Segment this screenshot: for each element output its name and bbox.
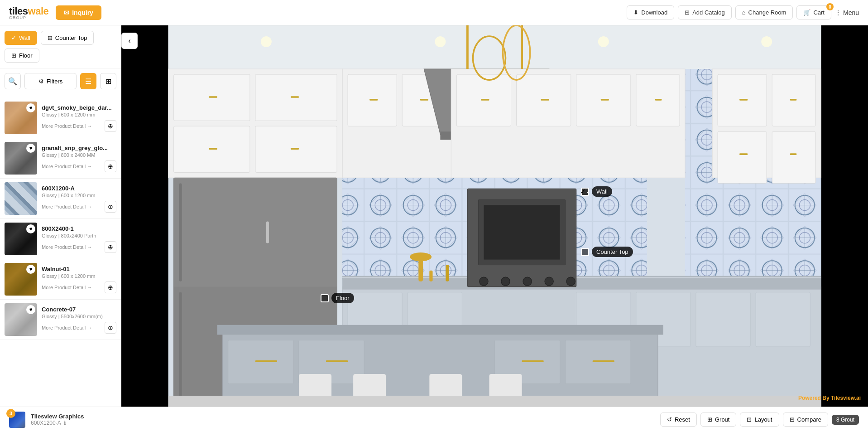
svg-point-59 <box>501 277 510 286</box>
add-catalog-button[interactable]: ⊞ Add Catalog <box>678 5 732 19</box>
dots-icon: ⋮ <box>835 9 841 16</box>
room-icon: ⌂ <box>742 9 746 16</box>
product-actions: More Product Detail → ⊕ <box>42 120 116 132</box>
search-filter-row: 🔍 ⚙ Filters ☰ ⊞ <box>0 68 121 94</box>
tab-countertop[interactable]: ⊞ Counter Top <box>41 31 94 45</box>
tilesview-brand: Tilesview.ai <box>831 395 861 401</box>
tile-info: Tilesview Graphics 600X1200-A ℹ <box>31 413 84 426</box>
layout-button[interactable]: ⊡ Layout <box>740 413 779 427</box>
kitchen-scene <box>121 25 868 407</box>
more-detail-link[interactable]: More Product Detail → <box>42 325 92 330</box>
product-info: granalt_snp_grey_glo... Glossy | 800 x 2… <box>42 145 116 172</box>
floor-checkbox[interactable] <box>321 294 329 302</box>
product-list: ♥ dgvt_smoky_beige_dar... Glossy | 600 x… <box>0 94 121 407</box>
svg-rect-44 <box>739 153 748 155</box>
grid-view-button[interactable]: ⊞ <box>100 73 116 89</box>
compare-button[interactable]: ⊟ Compare <box>783 413 828 427</box>
more-detail-link[interactable]: More Product Detail → <box>42 123 92 129</box>
grout-label: Grout <box>715 416 730 423</box>
add-product-button[interactable]: ⊕ <box>105 120 116 132</box>
list-item[interactable]: 600X1200-A Glossy | 600 x 1200 mm More P… <box>0 179 121 219</box>
list-item[interactable]: ♥ dgvt_smoky_beige_dar... Glossy | 600 x… <box>0 98 121 138</box>
floor-hotspot[interactable]: Floor <box>321 293 354 303</box>
wall-hotspot[interactable]: ✓ Wall <box>581 186 612 197</box>
compare-icon: ⊟ <box>790 416 795 423</box>
change-room-label: Change Room <box>748 9 786 16</box>
countertop-checkbox[interactable] <box>581 248 589 256</box>
product-actions: More Product Detail → ⊕ <box>42 282 116 293</box>
add-product-button[interactable]: ⊕ <box>105 160 116 172</box>
wall-checkbox[interactable]: ✓ <box>581 188 589 196</box>
catalog-icon: ⊞ <box>685 9 690 16</box>
heart-button[interactable]: ♥ <box>26 265 35 274</box>
more-detail-link[interactable]: More Product Detail → <box>42 285 92 290</box>
svg-point-94 <box>435 36 446 47</box>
svg-rect-92 <box>168 396 821 407</box>
list-item[interactable]: ♥ 800X2400-1 Glossy | 800x2400 Parth Mor… <box>0 219 121 259</box>
product-thumbnail <box>5 182 37 215</box>
list-item[interactable]: ♥ Concrete-07 Glossy | 5500x2600 mm(m) M… <box>0 300 121 340</box>
list-item[interactable]: ♥ granalt_snp_grey_glo... Glossy | 800 x… <box>0 138 121 179</box>
sidebar: ✓ Wall ⊞ Counter Top ⊞ Floor 🔍 ⚙ Filters <box>0 25 121 407</box>
search-button[interactable]: 🔍 <box>5 73 21 89</box>
add-product-button[interactable]: ⊕ <box>105 322 116 334</box>
svg-rect-52 <box>756 292 810 347</box>
heart-button[interactable]: ♥ <box>26 144 35 153</box>
compare-label: Compare <box>797 416 821 423</box>
filter-button[interactable]: ⚙ Filters <box>24 73 77 89</box>
grid-icon: ⊞ <box>106 77 111 86</box>
tile-name: 600X1200-A <box>31 420 61 426</box>
svg-rect-25 <box>420 99 428 101</box>
more-detail-link[interactable]: More Product Detail → <box>42 244 92 250</box>
back-button[interactable]: ‹ <box>121 33 138 49</box>
heart-button[interactable]: ♥ <box>26 224 35 233</box>
svg-rect-51 <box>696 292 750 347</box>
add-product-button[interactable]: ⊕ <box>105 241 116 253</box>
svg-rect-45 <box>790 153 796 155</box>
list-item[interactable]: ♥ Walnut-01 Glossy | 600 x 1200 mm More … <box>0 259 121 300</box>
countertop-hotspot[interactable]: Counter Top <box>581 247 633 257</box>
tab-floor[interactable]: ⊞ Floor <box>5 49 39 63</box>
svg-rect-24 <box>369 99 378 101</box>
powered-by: Powered By Tilesview.ai <box>798 395 861 401</box>
product-spec: Glossy | 600 x 1200 mm <box>42 273 116 279</box>
grout-icon: ⊞ <box>707 416 712 423</box>
add-catalog-label: Add Catalog <box>692 9 725 16</box>
product-name: dgvt_smoky_beige_dar... <box>42 104 116 111</box>
kitchen-image-area: ✓ Wall Counter Top Floor Powered By Tile… <box>121 25 868 407</box>
inquiry-button[interactable]: ✉ Inquiry <box>56 5 101 20</box>
more-detail-link[interactable]: More Product Detail → <box>42 164 92 169</box>
svg-point-62 <box>566 277 575 286</box>
main-content: ✓ Wall ⊞ Counter Top ⊞ Floor 🔍 ⚙ Filters <box>0 25 868 407</box>
tile-source: Tilesview Graphics <box>31 413 84 420</box>
svg-point-93 <box>261 36 272 47</box>
product-info: 800X2400-1 Glossy | 800x2400 Parth More … <box>42 225 116 253</box>
add-product-button[interactable]: ⊕ <box>105 201 116 213</box>
heart-button[interactable]: ♥ <box>26 305 35 314</box>
product-name: Concrete-07 <box>42 306 116 313</box>
product-info: dgvt_smoky_beige_dar... Glossy | 600 x 1… <box>42 104 116 132</box>
product-info: Concrete-07 Glossy | 5500x2600 mm(m) Mor… <box>42 306 116 334</box>
download-icon: ⬇ <box>633 9 638 16</box>
search-icon: 🔍 <box>8 77 17 86</box>
download-button[interactable]: ⬇ Download <box>627 5 674 19</box>
navbar: tileswale Group ✉ Inquiry ⬇ Download ⊞ A… <box>0 0 868 25</box>
list-icon: ☰ <box>85 77 91 86</box>
reset-button[interactable]: ↺ Reset <box>660 413 697 427</box>
heart-button[interactable]: ♥ <box>26 103 35 112</box>
more-detail-link[interactable]: More Product Detail → <box>42 204 92 209</box>
reset-label: Reset <box>675 416 690 423</box>
cart-button[interactable]: 🛒 Cart 0 <box>796 5 831 19</box>
svg-point-85 <box>410 252 432 261</box>
menu-button[interactable]: ⋮ Menu <box>835 9 859 16</box>
list-view-button[interactable]: ☰ <box>80 73 96 89</box>
info-icon[interactable]: ℹ <box>64 420 66 426</box>
check-icon: ✓ <box>11 34 16 41</box>
tab-wall[interactable]: ✓ Wall <box>5 31 37 45</box>
logo-sub: Group <box>9 15 26 20</box>
powered-by-text: Powered By <box>798 395 831 401</box>
grout-button[interactable]: ⊞ Grout <box>700 413 737 427</box>
add-product-button[interactable]: ⊕ <box>105 282 116 293</box>
svg-point-60 <box>523 277 532 286</box>
change-room-button[interactable]: ⌂ Change Room <box>735 5 793 19</box>
